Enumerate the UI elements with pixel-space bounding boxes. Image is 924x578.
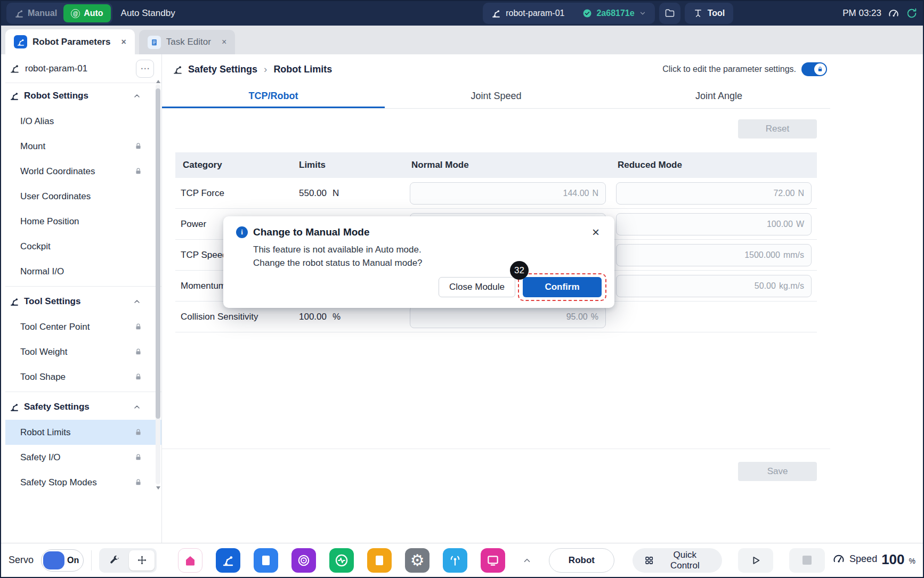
robot-selector-button[interactable]: Robot (549, 548, 614, 573)
log-list-icon[interactable] (367, 548, 392, 573)
column-header: Normal Mode (406, 160, 612, 170)
close-tab-icon[interactable]: × (222, 37, 226, 47)
sidebar-item-tool-center-point[interactable]: Tool Center Point (5, 314, 161, 339)
version-dropdown[interactable]: 2a68171e (582, 9, 646, 18)
tab-robot-parameters[interactable]: Robot Parameters × (5, 29, 135, 54)
save-button[interactable]: Save (738, 462, 817, 481)
sidebar-item-tool-shape[interactable]: Tool Shape (5, 364, 161, 389)
auto-mode-label: Auto (84, 9, 103, 18)
close-dialog-icon[interactable]: × (590, 226, 602, 239)
reduced-mode-input[interactable]: 1500.000mm/s (616, 244, 812, 266)
edit-hint: Click to edit the parameter settings. (662, 64, 796, 74)
limit-value-cell: 100.00 % (299, 312, 406, 322)
sidebar-item-safety-stop-modes[interactable]: Safety Stop Modes (5, 470, 161, 495)
table-header-row: Category Limits Normal Mode Reduced Mode (175, 152, 817, 178)
limits-tabstrip: TCP/Robot Joint Speed Joint Angle (162, 84, 830, 109)
reduced-mode-input[interactable]: 50.00kg.m/s (616, 275, 812, 297)
chevron-up-icon (133, 92, 141, 100)
play-button[interactable] (738, 548, 774, 573)
settings-gear-icon[interactable]: ⚙ (405, 548, 429, 573)
info-icon: i (236, 226, 248, 238)
breadcrumb-current: Robot Limits (273, 64, 332, 75)
section-tool-settings[interactable]: Tool Settings (5, 289, 161, 314)
sidebar-item-home-position[interactable]: Home Position (5, 209, 161, 234)
robot-status-text: Auto Standby (121, 8, 175, 19)
sidebar-item-world-coordinates[interactable]: World Coordinates (5, 159, 161, 184)
home-app-icon[interactable] (178, 548, 202, 573)
servo-toggle[interactable]: On (41, 549, 84, 572)
robot-teach-pendant-window: Manual @ Auto Auto Standby robot-param-0… (0, 0, 924, 578)
folder-icon (664, 8, 675, 19)
section-safety-settings[interactable]: Safety Settings (5, 394, 161, 420)
category-label: Collision Sensitivity (175, 312, 299, 322)
robot-arm-icon (491, 9, 501, 18)
auto-mode-button[interactable]: @ Auto (63, 4, 110, 22)
sidebar-item-user-coordinates[interactable]: User Coordinates (5, 184, 161, 209)
reduced-mode-input[interactable]: 72.00N (616, 182, 812, 205)
tab-tcp-robot[interactable]: TCP/Robot (162, 84, 385, 108)
more-options-button[interactable]: ⋯ (136, 60, 154, 78)
task-editor-icon (148, 36, 161, 49)
lock-icon (134, 323, 142, 331)
close-tab-icon[interactable]: × (121, 37, 126, 47)
scroll-up-icon[interactable] (156, 80, 160, 83)
edit-lock-toggle[interactable] (801, 62, 827, 76)
panel-header: Safety Settings › Robot Limits Click to … (173, 54, 827, 84)
task-document-icon[interactable] (254, 548, 278, 573)
pendant-antenna-icon[interactable] (443, 548, 467, 573)
normal-mode-input[interactable]: 144.00N (410, 182, 606, 205)
servo-label: Servo (9, 555, 34, 566)
wrench-icon[interactable] (101, 550, 127, 571)
clock: PM 03:23 (842, 8, 881, 19)
breadcrumb-parent[interactable]: Safety Settings (188, 64, 257, 75)
confirm-button[interactable]: Confirm (523, 277, 602, 297)
section-robot-settings[interactable]: Robot Settings (5, 83, 161, 109)
sidebar-scrollbar[interactable] (156, 84, 160, 484)
active-parameter-selector[interactable]: robot-param-01 2a68171e (483, 3, 654, 24)
sidebar-item-normal-io[interactable]: Normal I/O (5, 259, 161, 284)
close-module-button[interactable]: Close Module (439, 277, 515, 297)
sidebar-item-cockpit[interactable]: Cockpit (5, 234, 161, 259)
mode-switcher: Manual @ Auto (6, 3, 112, 24)
robot-arm-icon (14, 9, 24, 18)
parameters-sidebar: robot-param-01 ⋯ Robot Settings I/O Alia… (1, 54, 162, 543)
tab-joint-angle[interactable]: Joint Angle (607, 84, 830, 108)
sidebar-item-mount[interactable]: Mount (5, 134, 161, 159)
ellipsis-icon: ⋯ (141, 63, 150, 74)
lock-icon (134, 478, 142, 486)
robot-parameters-icon (14, 35, 27, 48)
speed-control[interactable]: Speed 100 % (832, 552, 915, 568)
sidebar-item-tool-weight[interactable]: Tool Weight (5, 339, 161, 364)
tool-button[interactable]: Tool (685, 3, 734, 24)
stop-button[interactable] (789, 548, 825, 573)
manual-mode-button[interactable]: Manual (8, 4, 63, 22)
speed-label: Speed (849, 553, 877, 565)
scrollbar-thumb[interactable] (156, 88, 160, 419)
tab-task-editor[interactable]: Task Editor × (139, 30, 235, 54)
scroll-down-icon[interactable] (156, 486, 160, 490)
monitoring-wave-icon[interactable] (329, 548, 354, 573)
lock-icon (134, 373, 142, 381)
lock-icon (134, 142, 142, 150)
tab-joint-speed[interactable]: Joint Speed (385, 84, 607, 108)
display-app-icon[interactable] (481, 548, 505, 573)
reset-button[interactable]: Reset (738, 119, 817, 139)
speed-gauge-icon[interactable] (888, 7, 899, 19)
column-header: Reduced Mode (612, 160, 817, 170)
normal-mode-input[interactable]: 95.00% (410, 306, 606, 328)
quick-control-button[interactable]: Quick Control (633, 548, 722, 573)
reduced-mode-input[interactable]: 100.00W (616, 213, 812, 235)
timer-icon[interactable] (906, 7, 918, 19)
parameter-file-name[interactable]: robot-param-01 (25, 63, 131, 74)
open-file-button[interactable] (659, 3, 680, 24)
tool-stand-icon (693, 9, 703, 18)
robot-app-icon[interactable] (216, 548, 240, 573)
sidebar-item-safety-io[interactable]: Safety I/O (5, 445, 161, 470)
sidebar-item-robot-limits[interactable]: Robot Limits (5, 420, 161, 445)
check-circle-icon (582, 9, 592, 18)
collapse-dock-icon[interactable] (522, 556, 532, 565)
move-axes-icon[interactable] (129, 550, 155, 571)
jog-target-icon[interactable] (291, 548, 316, 573)
lock-icon (134, 167, 142, 175)
sidebar-item-io-alias[interactable]: I/O Alias (5, 109, 161, 134)
